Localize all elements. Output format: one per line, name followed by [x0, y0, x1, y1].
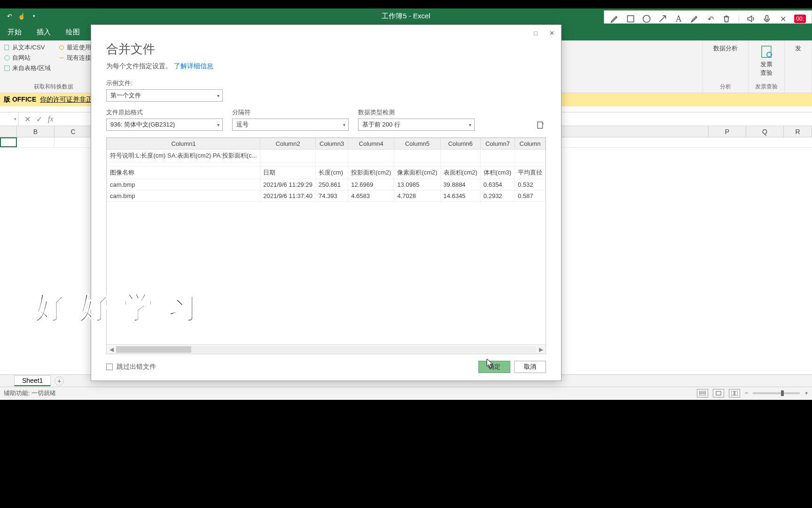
tab-insert[interactable]: 插入 — [29, 24, 58, 40]
svg-point-6 — [59, 46, 63, 50]
circle-icon[interactable] — [642, 14, 651, 24]
license-link[interactable]: 你的许可证并非正 — [40, 95, 93, 104]
qat-dropdown-icon[interactable]: ▾ — [30, 12, 38, 20]
settings-icon[interactable] — [535, 119, 546, 131]
sample-file-combo[interactable]: 第一个文件 — [106, 89, 223, 102]
close-rec-icon[interactable]: ✕ — [778, 14, 788, 24]
table-row[interactable] — [107, 162, 546, 167]
sheet-tab-1[interactable]: Sheet1 — [14, 375, 51, 386]
active-cell[interactable] — [0, 137, 17, 147]
highlighter-icon[interactable] — [690, 14, 699, 24]
col-header-q[interactable]: Q — [746, 126, 784, 137]
speaker-icon[interactable] — [746, 14, 756, 24]
table-row[interactable]: cam.bmp2021/9/6 11:37:4074.3934.65834.70… — [107, 190, 546, 202]
svg-rect-0 — [627, 16, 633, 22]
detect-combo[interactable]: 基于前 200 行 — [358, 119, 475, 131]
mic-icon[interactable] — [762, 14, 772, 24]
invoice-check-button[interactable]: 发票 查验 — [752, 42, 781, 79]
delimiter-combo[interactable]: 逗号 — [232, 119, 349, 131]
col-header-r[interactable]: R — [784, 126, 812, 137]
svg-rect-2 — [766, 16, 768, 20]
encoding-combo[interactable]: 936: 简体中文(GB2312) — [106, 119, 223, 131]
table-cell — [394, 150, 440, 162]
group-label-analysis: 分析 — [707, 83, 744, 91]
zoom-in-icon[interactable]: + — [804, 389, 808, 397]
table-cell: cam.bmp — [107, 179, 260, 190]
data-analysis-button[interactable]: 数据分析 — [707, 42, 744, 55]
table-header[interactable]: Column5 — [394, 138, 440, 150]
fx-icon[interactable]: fx — [48, 115, 54, 123]
table-cell: 0.532 — [515, 179, 545, 190]
learn-more-link[interactable]: 了解详细信息 — [174, 62, 213, 70]
accept-fx-icon[interactable]: ✓ — [36, 115, 42, 124]
skip-errors-checkbox[interactable] — [106, 364, 113, 370]
more-button[interactable]: 发 — [789, 42, 808, 55]
table-header[interactable]: Column3 — [316, 138, 348, 150]
table-cell — [394, 162, 440, 167]
table-header[interactable]: Column4 — [348, 138, 394, 150]
dialog-title: 合并文件 — [106, 41, 546, 57]
table-header[interactable]: Column6 — [440, 138, 480, 150]
ok-button[interactable]: 确定 — [478, 361, 510, 373]
square-icon[interactable] — [626, 14, 635, 24]
table-cell: 4.7028 — [394, 190, 440, 202]
table-header[interactable]: Column2 — [260, 138, 316, 150]
table-row[interactable]: 符号说明:L:长度(cm) SA:表面积(cm2) PA:投影面积(c... — [107, 150, 546, 162]
view-layout-icon[interactable] — [713, 389, 724, 397]
svg-rect-7 — [762, 46, 771, 57]
tab-draw[interactable]: 绘图 — [58, 24, 87, 40]
table-header[interactable]: Column — [515, 138, 545, 150]
table-cell — [316, 150, 348, 162]
arrow-icon[interactable] — [658, 14, 667, 24]
trash-icon[interactable] — [722, 14, 731, 24]
status-text: 辅助功能: 一切就绪 — [4, 389, 56, 397]
col-header-b[interactable]: B — [17, 126, 55, 137]
cancel-fx-icon[interactable]: ✕ — [24, 115, 31, 124]
window-title: 工作簿5 - Excel — [382, 12, 430, 21]
touch-icon[interactable]: ☝ — [18, 12, 25, 20]
table-cell: 2021/9/6 11:37:40 — [260, 190, 316, 202]
table-cell — [515, 150, 545, 162]
maximize-icon[interactable]: □ — [529, 27, 542, 39]
undo-icon[interactable]: ↶ — [6, 12, 13, 20]
cancel-button[interactable]: 取消 — [514, 361, 546, 373]
col-header-c[interactable]: C — [55, 126, 92, 137]
close-icon[interactable]: ✕ — [545, 27, 558, 39]
scroll-thumb[interactable] — [116, 346, 191, 353]
zoom-out-icon[interactable]: − — [745, 389, 749, 397]
from-table[interactable]: 来自表格/区域 — [4, 63, 51, 73]
table-header[interactable]: Column7 — [480, 138, 515, 150]
table-cell: 0.2932 — [480, 190, 515, 202]
table-cell: 13.0985 — [394, 179, 440, 190]
table-cell: 像素面积(cm2) — [394, 167, 440, 179]
pencil-icon[interactable] — [610, 14, 619, 24]
view-normal-icon[interactable] — [697, 389, 708, 397]
table-cell: 14.6345 — [440, 190, 480, 202]
zoom-slider[interactable] — [753, 392, 800, 394]
col-header-p[interactable]: P — [709, 126, 746, 137]
table-cell: 12.6969 — [348, 179, 394, 190]
text-icon[interactable]: A — [674, 14, 683, 24]
tab-home[interactable]: 开始 — [0, 24, 29, 40]
from-web[interactable]: 自网站 — [4, 53, 51, 63]
view-break-icon[interactable] — [729, 389, 740, 397]
name-box[interactable] — [0, 112, 19, 126]
sample-file-label: 示例文件: — [106, 79, 223, 87]
table-cell — [440, 162, 480, 167]
add-sheet-button[interactable]: + — [55, 376, 64, 386]
svg-rect-3 — [5, 45, 9, 50]
scroll-right-icon[interactable]: ▶ — [536, 346, 546, 353]
table-header[interactable]: Column1 — [107, 138, 260, 150]
table-row[interactable]: 图像名称日期长度(cm)投影面积(cm2)像素面积(cm2)表面积(cm2)体积… — [107, 167, 546, 179]
table-cell — [348, 150, 394, 162]
invoice-icon — [759, 44, 774, 59]
table-cell: 体积(cm3) — [480, 167, 515, 179]
undo-rec-icon[interactable]: ↶ — [706, 14, 715, 24]
table-row[interactable]: cam.bmp2021/9/6 11:29:29250.86112.696913… — [107, 179, 546, 190]
record-time-badge: 00: — [794, 15, 806, 23]
scroll-left-icon[interactable]: ◀ — [107, 346, 116, 353]
horizontal-scrollbar[interactable]: ◀ ▶ — [107, 344, 546, 354]
table-cell: 39.8884 — [440, 179, 480, 190]
from-text-csv[interactable]: 从文本/CSV — [4, 42, 51, 53]
table-cell: 74.393 — [316, 190, 348, 202]
